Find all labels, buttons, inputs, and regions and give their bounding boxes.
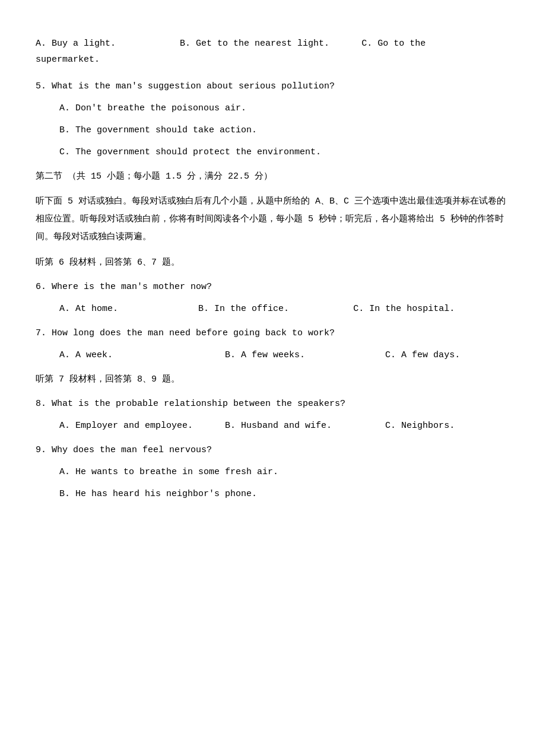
- q7-title: 7. How long does the man need before goi…: [36, 325, 510, 341]
- q8-option-c: C. Neighbors.: [385, 421, 455, 431]
- section2-title: 第二节 （共 15 小题；每小题 1.5 分，满分 22.5 分）: [36, 171, 272, 182]
- intro-option-c-cont: supermarket.: [36, 52, 510, 68]
- q6-option-b: B. In the office.: [198, 304, 289, 314]
- subsection7-title: 听第 7 段材料，回答第 8、9 题。: [36, 374, 180, 385]
- question-5: 5. What is the man's suggestion about se…: [36, 78, 510, 160]
- q7-option-b: B. A few weeks.: [225, 350, 305, 360]
- subsection6-title: 听第 6 段材料，回答第 6、7 题。: [36, 258, 180, 268]
- q9-title: 9. Why does the man feel nervous?: [36, 442, 510, 458]
- intro-options-line1: A. Buy a light. B. Get to the nearest li…: [36, 36, 510, 52]
- q9-option-a: A. He wants to breathe in some fresh air…: [59, 464, 510, 480]
- q8-options: A. Employer and employee. B. Husband and…: [59, 418, 510, 434]
- q6-options: A. At home. B. In the office. C. In the …: [59, 301, 510, 317]
- intro-option-b: B. Get to the nearest light.: [180, 39, 329, 49]
- subsection7-header: 听第 7 段材料，回答第 8、9 题。: [36, 371, 510, 387]
- question-7: 7. How long does the man need before goi…: [36, 325, 510, 363]
- q8-option-a: A. Employer and employee.: [59, 421, 193, 431]
- q8-option-b: B. Husband and wife.: [225, 421, 332, 431]
- q7-option-c: C. A few days.: [385, 350, 460, 360]
- q5-option-c: C. The government should protect the env…: [59, 144, 510, 160]
- q5-option-b: B. The government should take action.: [59, 122, 510, 138]
- question-8: 8. What is the probable relationship bet…: [36, 396, 510, 434]
- q8-title: 8. What is the probable relationship bet…: [36, 396, 510, 412]
- q9-option-b: B. He has heard his neighbor's phone.: [59, 486, 510, 502]
- question-9: 9. Why does the man feel nervous? A. He …: [36, 442, 510, 502]
- section2-header: 第二节 （共 15 小题；每小题 1.5 分，满分 22.5 分）: [36, 169, 510, 185]
- instruction-block: 听下面 5 对话或独白。每段对话或独白后有几个小题，从题中所给的 A、B、C 三…: [36, 193, 510, 246]
- q7-options: A. A week. B. A few weeks. C. A few days…: [59, 347, 510, 363]
- q6-option-a: A. At home.: [59, 304, 118, 314]
- intro-option-a: A. Buy a light.: [36, 39, 116, 49]
- q5-option-a: A. Don't breathe the poisonous air.: [59, 100, 510, 116]
- question-6: 6. Where is the man's mother now? A. At …: [36, 279, 510, 317]
- intro-options: A. Buy a light. B. Get to the nearest li…: [36, 36, 510, 68]
- main-content: A. Buy a light. B. Get to the nearest li…: [36, 36, 510, 502]
- q7-option-a: A. A week.: [59, 350, 113, 360]
- q5-title: 5. What is the man's suggestion about se…: [36, 78, 510, 94]
- instruction-text: 听下面 5 对话或独白。每段对话或独白后有几个小题，从题中所给的 A、B、C 三…: [36, 196, 506, 242]
- intro-option-c: C. Go to the: [361, 39, 426, 49]
- subsection6-header: 听第 6 段材料，回答第 6、7 题。: [36, 255, 510, 271]
- q6-title: 6. Where is the man's mother now?: [36, 279, 510, 295]
- q6-option-c: C. In the hospital.: [353, 304, 455, 314]
